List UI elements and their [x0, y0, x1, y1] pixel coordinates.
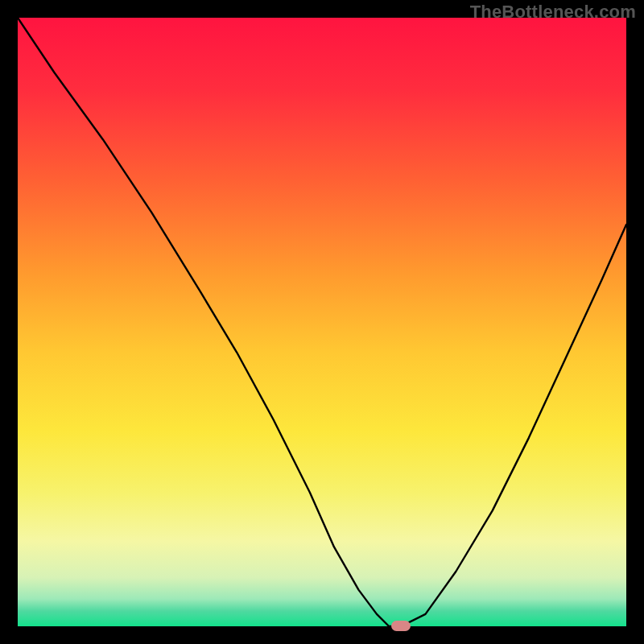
bottleneck-chart — [18, 18, 626, 626]
watermark-text: TheBottleneck.com — [470, 2, 636, 23]
gradient-background — [18, 18, 626, 626]
chart-frame: TheBottleneck.com — [0, 0, 644, 644]
optimal-point-marker — [391, 621, 411, 631]
plot-area — [18, 18, 626, 626]
